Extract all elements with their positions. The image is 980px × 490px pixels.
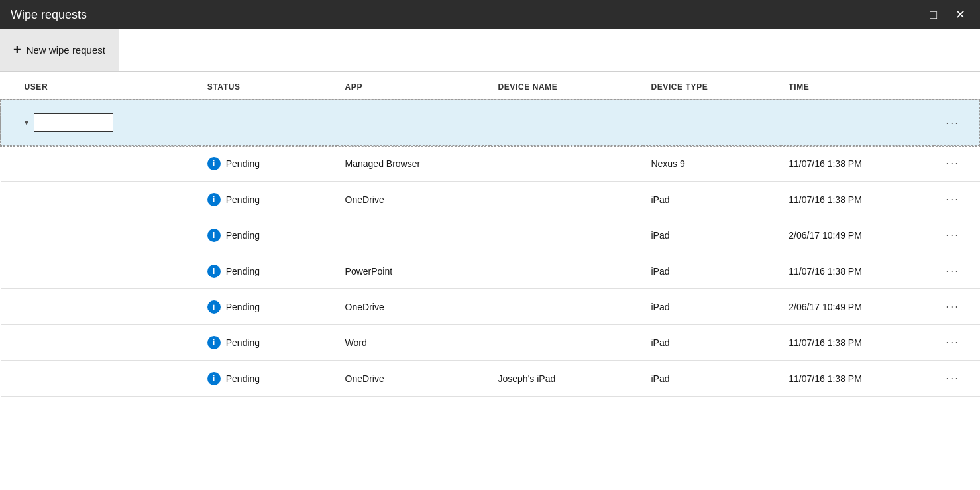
cell-device-name	[490, 217, 643, 253]
cell-device-type: iPad	[643, 182, 781, 217]
window-title: Wipe requests	[11, 8, 87, 22]
col-header-status: STATUS	[199, 72, 337, 100]
table-row[interactable]: iPendingOneDriveJoseph's iPadiPad11/07/1…	[1, 361, 980, 397]
selected-row-content: ▾	[25, 109, 191, 136]
cell-status: iPending	[199, 146, 337, 182]
info-icon: i	[207, 193, 221, 206]
cell-time: 11/07/16 1:38 PM	[781, 325, 934, 361]
cell-device-type: iPad	[643, 217, 781, 253]
table-row[interactable]: iPendingPowerPointiPad11/07/16 1:38 PM··…	[1, 253, 980, 289]
plus-icon: +	[13, 42, 21, 58]
table-row[interactable]: iPendingOneDriveiPad11/07/16 1:38 PM···	[1, 182, 980, 217]
cell-user	[1, 325, 199, 361]
cell-user	[1, 146, 199, 182]
selected-row-time-cell	[781, 100, 934, 146]
new-wipe-request-button[interactable]: + New wipe request	[0, 29, 119, 71]
col-header-device-name: DEVICE NAME	[490, 72, 643, 100]
cell-status: iPending	[199, 289, 337, 325]
cell-time: 11/07/16 1:38 PM	[781, 182, 934, 217]
cell-device-type: iPad	[643, 253, 781, 289]
cell-time: 2/06/17 10:49 PM	[781, 289, 934, 325]
toolbar: + New wipe request	[0, 29, 980, 72]
cell-app: Managed Browser	[337, 146, 490, 182]
window-controls: □ ✕	[926, 6, 969, 23]
cell-time: 11/07/16 1:38 PM	[781, 253, 934, 289]
new-request-label: New wipe request	[27, 44, 105, 56]
cell-device-type: iPad	[643, 289, 781, 325]
selected-row-status-cell	[199, 100, 337, 146]
cell-app: OneDrive	[337, 361, 490, 397]
col-header-actions	[934, 72, 979, 100]
cell-status: iPending	[199, 217, 337, 253]
cell-device-name	[490, 182, 643, 217]
cell-device-type: iPad	[643, 361, 781, 397]
cell-user	[1, 289, 199, 325]
table-row[interactable]: iPendingiPad2/06/17 10:49 PM···	[1, 217, 980, 253]
more-button[interactable]: ···	[942, 334, 963, 351]
title-bar: Wipe requests □ ✕	[0, 0, 980, 29]
col-header-device-type: DEVICE TYPE	[643, 72, 781, 100]
cell-device-name: Joseph's iPad	[490, 361, 643, 397]
info-icon: i	[207, 157, 221, 170]
close-button[interactable]: ✕	[952, 6, 969, 23]
status-label: Pending	[226, 194, 260, 205]
table-row-selected[interactable]: ▾ ···	[1, 100, 980, 146]
cell-status: iPending	[199, 253, 337, 289]
more-button[interactable]: ···	[942, 227, 963, 243]
selected-row-actions-cell: ···	[934, 100, 979, 146]
dropdown-arrow-icon: ▾	[25, 118, 28, 127]
selected-row-device-type-cell	[643, 100, 781, 146]
more-button[interactable]: ···	[942, 263, 963, 279]
cell-device-name	[490, 146, 643, 182]
info-icon: i	[207, 265, 221, 278]
info-icon: i	[207, 300, 221, 314]
minimize-button[interactable]: □	[926, 6, 941, 23]
more-button[interactable]: ···	[942, 298, 963, 315]
cell-device-type: Nexus 9	[643, 146, 781, 182]
selected-row-user-cell: ▾	[1, 100, 199, 146]
table-row[interactable]: iPendingManaged BrowserNexus 911/07/16 1…	[1, 146, 980, 182]
cell-actions: ···	[934, 325, 979, 361]
more-button[interactable]: ···	[942, 370, 963, 387]
cell-actions: ···	[934, 146, 979, 182]
info-icon: i	[207, 336, 221, 349]
status-label: Pending	[226, 230, 260, 241]
more-button[interactable]: ···	[942, 155, 963, 172]
cell-app: Word	[337, 325, 490, 361]
user-search-input[interactable]	[34, 113, 113, 132]
cell-user	[1, 217, 199, 253]
cell-device-name	[490, 289, 643, 325]
selected-row-device-name-cell	[490, 100, 643, 146]
header-row: USER STATUS APP DEVICE NAME DEVICE TYPE …	[1, 72, 980, 100]
status-label: Pending	[226, 337, 260, 348]
cell-app	[337, 217, 490, 253]
cell-time: 2/06/17 10:49 PM	[781, 217, 934, 253]
cell-app: OneDrive	[337, 289, 490, 325]
status-label: Pending	[226, 302, 260, 312]
status-label: Pending	[226, 158, 260, 169]
more-button[interactable]: ···	[942, 191, 963, 208]
cell-user	[1, 182, 199, 217]
info-icon: i	[207, 372, 221, 385]
cell-app: PowerPoint	[337, 253, 490, 289]
cell-time: 11/07/16 1:38 PM	[781, 361, 934, 397]
content-area: USER STATUS APP DEVICE NAME DEVICE TYPE …	[0, 72, 980, 490]
selected-row-more-button[interactable]: ···	[942, 115, 963, 131]
cell-app: OneDrive	[337, 182, 490, 217]
status-label: Pending	[226, 373, 260, 384]
selected-row-app-cell	[337, 100, 490, 146]
table-row[interactable]: iPendingWordiPad11/07/16 1:38 PM···	[1, 325, 980, 361]
cell-user	[1, 253, 199, 289]
table-row[interactable]: iPendingOneDriveiPad2/06/17 10:49 PM···	[1, 289, 980, 325]
info-icon: i	[207, 229, 221, 242]
cell-actions: ···	[934, 361, 979, 397]
status-label: Pending	[226, 266, 260, 276]
table-body: ▾ ··· iPendingManaged BrowserNexus 911/0…	[1, 100, 980, 397]
cell-time: 11/07/16 1:38 PM	[781, 146, 934, 182]
cell-device-name	[490, 325, 643, 361]
cell-actions: ···	[934, 182, 979, 217]
cell-status: iPending	[199, 325, 337, 361]
col-header-user: USER	[1, 72, 199, 100]
cell-device-name	[490, 253, 643, 289]
col-header-app: APP	[337, 72, 490, 100]
